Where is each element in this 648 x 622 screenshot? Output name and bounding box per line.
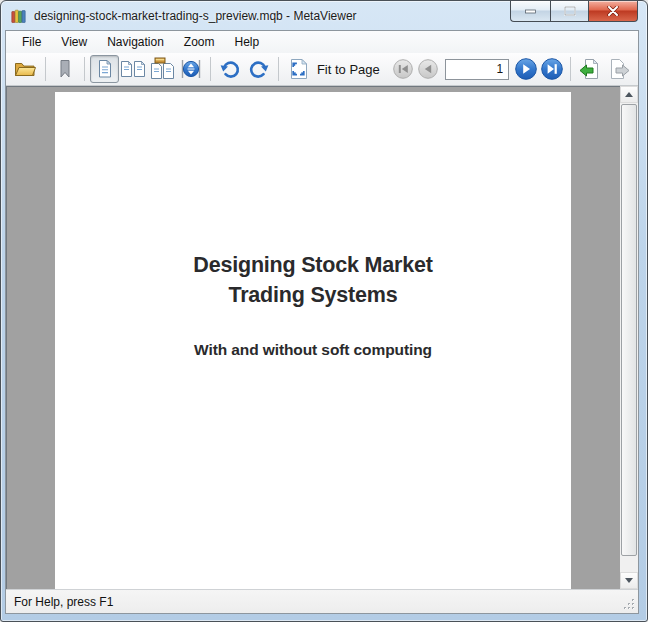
- document-viewport[interactable]: Designing Stock Market Trading Systems W…: [6, 86, 620, 589]
- metaviewer-window: designing-stock-market-trading-s_preview…: [0, 0, 648, 622]
- back-button[interactable]: [576, 55, 605, 83]
- fit-to-page-icon: [287, 57, 311, 81]
- document-title-line2: Trading Systems: [55, 280, 571, 310]
- first-page-icon: [392, 58, 414, 80]
- last-page-button[interactable]: [539, 55, 565, 83]
- facing-pages-icon: [120, 58, 146, 80]
- book-view-button[interactable]: [148, 55, 177, 83]
- back-green-arrow-icon: [578, 57, 602, 81]
- close-button[interactable]: [589, 1, 638, 22]
- book-pages-icon: [149, 57, 175, 81]
- menu-bar: File View Navigation Zoom Help: [6, 31, 638, 53]
- scroll-down-button[interactable]: [620, 572, 638, 589]
- rotate-left-button[interactable]: [216, 55, 245, 83]
- toolbar-separator: [45, 57, 46, 81]
- open-button[interactable]: [11, 55, 40, 83]
- rotate-counterclockwise-icon: [218, 57, 242, 81]
- next-page-button[interactable]: [513, 55, 539, 83]
- toolbar-separator: [84, 57, 85, 81]
- fit-to-page-label: Fit to Page: [317, 62, 380, 77]
- page-number-input[interactable]: [445, 59, 509, 80]
- vertical-scroll-icon: [179, 57, 203, 81]
- toolbar: Fit to Page: [6, 53, 638, 86]
- first-page-button[interactable]: [390, 55, 416, 83]
- document-title-line1: Designing Stock Market: [55, 250, 571, 280]
- previous-page-icon: [417, 58, 439, 80]
- window-title: designing-stock-market-trading-s_preview…: [34, 9, 357, 23]
- document-title: Designing Stock Market Trading Systems: [55, 250, 571, 310]
- arrow-up-icon: [625, 92, 633, 97]
- bookmark-icon: [54, 58, 76, 80]
- document-page: Designing Stock Market Trading Systems W…: [55, 92, 571, 589]
- title-bar[interactable]: designing-stock-market-trading-s_preview…: [1, 1, 647, 30]
- resize-grip[interactable]: [623, 598, 636, 611]
- status-bar: For Help, press F1: [6, 589, 638, 613]
- bookmark-button[interactable]: [51, 55, 80, 83]
- fit-to-page-button[interactable]: [284, 55, 313, 83]
- scroll-up-button[interactable]: [620, 86, 638, 103]
- facing-pages-button[interactable]: [119, 55, 148, 83]
- last-page-icon: [540, 57, 564, 81]
- forward-button[interactable]: [604, 55, 633, 83]
- toolbar-separator: [210, 57, 211, 81]
- forward-gray-arrow-icon: [607, 57, 631, 81]
- arrow-down-icon: [625, 578, 633, 583]
- single-page-button[interactable]: [90, 55, 119, 83]
- menu-file[interactable]: File: [12, 33, 51, 51]
- toolbar-separator: [278, 57, 279, 81]
- open-folder-icon: [13, 57, 37, 81]
- scrollbar-track[interactable]: [620, 103, 638, 572]
- status-text: For Help, press F1: [14, 595, 113, 609]
- continuous-scroll-button[interactable]: [176, 55, 205, 83]
- rotate-clockwise-icon: [247, 57, 271, 81]
- previous-page-button[interactable]: [415, 55, 441, 83]
- maximize-button[interactable]: [550, 1, 589, 22]
- rotate-right-button[interactable]: [245, 55, 274, 83]
- scrollbar-thumb[interactable]: [621, 104, 637, 556]
- minimize-button[interactable]: [510, 1, 550, 22]
- content-row: Designing Stock Market Trading Systems W…: [6, 86, 638, 589]
- vertical-scrollbar[interactable]: [620, 86, 638, 589]
- menu-zoom[interactable]: Zoom: [174, 33, 225, 51]
- menu-help[interactable]: Help: [225, 33, 270, 51]
- document-subtitle: With and without soft computing: [55, 341, 571, 359]
- window-controls: [510, 1, 638, 22]
- menu-view[interactable]: View: [51, 33, 97, 51]
- toolbar-separator: [570, 57, 571, 81]
- app-books-icon: [11, 8, 27, 24]
- next-page-icon: [514, 57, 538, 81]
- single-page-icon: [94, 58, 116, 80]
- menu-navigation[interactable]: Navigation: [97, 33, 174, 51]
- client-area: File View Navigation Zoom Help: [5, 30, 639, 614]
